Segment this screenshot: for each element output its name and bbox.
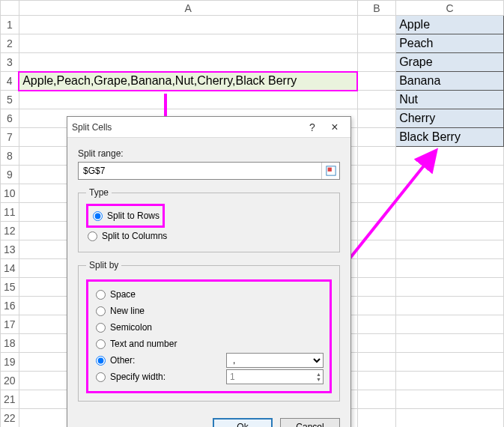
cell[interactable] — [357, 53, 395, 72]
cell[interactable] — [396, 390, 504, 409]
cell[interactable] — [357, 91, 395, 109]
result-cell[interactable]: Peach — [396, 34, 504, 53]
cell[interactable] — [357, 16, 395, 34]
cell[interactable] — [357, 72, 395, 91]
cell[interactable] — [396, 259, 504, 278]
splitby-legend: Split by — [86, 260, 121, 270]
cell[interactable] — [357, 334, 395, 353]
cell[interactable] — [19, 16, 357, 34]
cell[interactable] — [396, 166, 504, 184]
result-cell[interactable]: Apple — [396, 16, 504, 34]
range-picker-icon — [326, 166, 336, 176]
row-header[interactable]: 16 — [1, 297, 19, 315]
col-header-a[interactable]: A — [19, 1, 357, 16]
row-header[interactable]: 11 — [1, 203, 19, 222]
row-header[interactable]: 15 — [1, 278, 19, 297]
cell[interactable] — [396, 222, 504, 240]
row-header[interactable]: 4 — [1, 72, 19, 91]
col-header-c[interactable]: C — [396, 1, 504, 16]
cell[interactable] — [357, 128, 395, 147]
row-header[interactable]: 9 — [1, 166, 19, 184]
source-cell[interactable]: Apple,Peach,Grape,Banana,Nut,Cherry,Blac… — [19, 72, 357, 91]
close-button[interactable]: × — [324, 121, 346, 134]
row-header[interactable]: 20 — [1, 372, 19, 390]
cell[interactable] — [357, 222, 395, 240]
cell[interactable] — [396, 372, 504, 390]
cell[interactable] — [396, 297, 504, 315]
other-delimiter-select[interactable]: , — [226, 353, 324, 368]
row-header[interactable]: 14 — [1, 259, 19, 278]
cell[interactable] — [396, 184, 504, 203]
cell[interactable] — [396, 203, 504, 222]
row-header[interactable]: 22 — [1, 409, 19, 428]
row-header[interactable]: 6 — [1, 109, 19, 128]
cell[interactable] — [357, 166, 395, 184]
row-header[interactable]: 12 — [1, 222, 19, 240]
row-header[interactable]: 21 — [1, 390, 19, 409]
result-cell[interactable]: Grape — [396, 53, 504, 72]
by-newline-radio[interactable] — [96, 306, 106, 316]
cell[interactable] — [357, 259, 395, 278]
split-to-rows-label: Split to Rows — [107, 211, 160, 221]
cell[interactable] — [357, 297, 395, 315]
by-semicolon-radio[interactable] — [96, 323, 106, 333]
row-header[interactable]: 3 — [1, 53, 19, 72]
cell[interactable] — [357, 409, 395, 428]
by-space-radio[interactable] — [96, 290, 106, 300]
by-textnum-radio[interactable] — [96, 339, 106, 349]
result-cell[interactable]: Nut — [396, 91, 504, 109]
cancel-button[interactable]: Cancel — [280, 418, 340, 427]
splitby-group: Split by Space New line Semicolon Text a… — [78, 260, 340, 402]
cell[interactable] — [357, 315, 395, 334]
corner-cell[interactable] — [1, 1, 19, 16]
cell[interactable] — [396, 147, 504, 166]
cell[interactable] — [19, 34, 357, 53]
row-header[interactable]: 18 — [1, 334, 19, 353]
split-to-rows-radio[interactable] — [93, 211, 103, 221]
range-picker-button[interactable] — [321, 163, 339, 179]
cell[interactable] — [357, 390, 395, 409]
cell[interactable] — [19, 91, 357, 109]
by-width-radio[interactable] — [96, 372, 106, 382]
result-cell[interactable]: Black Berry — [396, 128, 504, 147]
cell[interactable] — [357, 372, 395, 390]
cell[interactable] — [19, 53, 357, 72]
cell[interactable] — [357, 109, 395, 128]
ok-button[interactable]: Ok — [213, 418, 273, 427]
split-range-input[interactable] — [79, 166, 321, 176]
by-other-radio[interactable] — [96, 356, 106, 366]
cell[interactable] — [357, 34, 395, 53]
result-cell[interactable]: Banana — [396, 72, 504, 91]
row-header[interactable]: 13 — [1, 240, 19, 259]
cell[interactable] — [357, 353, 395, 372]
row-header[interactable]: 10 — [1, 184, 19, 203]
split-to-columns-radio[interactable] — [88, 231, 97, 241]
cell[interactable] — [396, 353, 504, 372]
col-header-b[interactable]: B — [357, 1, 395, 16]
row-header[interactable]: 5 — [1, 91, 19, 109]
cell[interactable] — [357, 240, 395, 259]
cell[interactable] — [357, 203, 395, 222]
split-to-columns-label: Split to Columns — [102, 231, 167, 241]
cell[interactable] — [396, 240, 504, 259]
row-header[interactable]: 19 — [1, 353, 19, 372]
split-cells-dialog: Split Cells ? × Split range: Type Split … — [67, 116, 351, 427]
result-cell[interactable]: Cherry — [396, 109, 504, 128]
width-spinner[interactable]: 1▲▼ — [226, 369, 324, 384]
row-header[interactable]: 17 — [1, 315, 19, 334]
by-newline-label: New line — [110, 306, 145, 316]
spinner-arrows-icon: ▲▼ — [316, 372, 321, 382]
cell[interactable] — [396, 409, 504, 428]
cell[interactable] — [357, 184, 395, 203]
row-header[interactable]: 2 — [1, 34, 19, 53]
cell[interactable] — [396, 315, 504, 334]
dialog-titlebar[interactable]: Split Cells ? × — [67, 117, 350, 138]
row-header[interactable]: 1 — [1, 16, 19, 34]
cell[interactable] — [396, 278, 504, 297]
row-header[interactable]: 7 — [1, 128, 19, 147]
help-button[interactable]: ? — [301, 121, 324, 133]
cell[interactable] — [357, 278, 395, 297]
row-header[interactable]: 8 — [1, 147, 19, 166]
cell[interactable] — [357, 147, 395, 166]
cell[interactable] — [396, 334, 504, 353]
